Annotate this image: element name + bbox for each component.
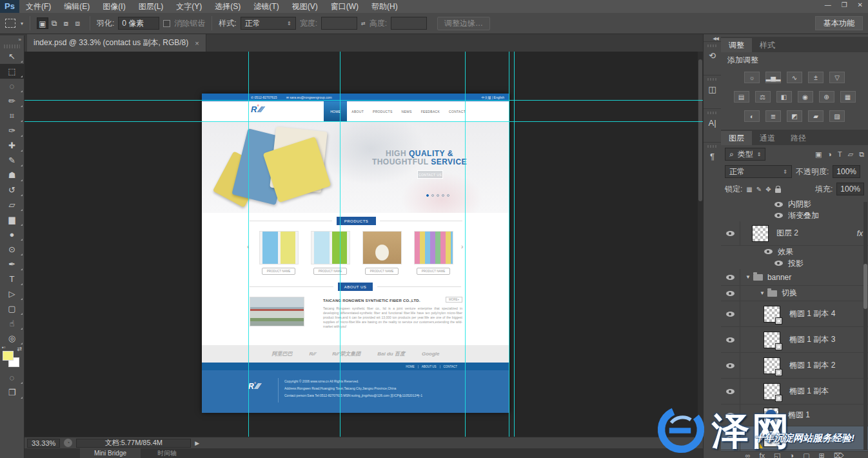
paragraph-panel-icon[interactable]: ¶: [704, 142, 721, 175]
shape-tool[interactable]: ▢: [0, 301, 24, 316]
layer-row-ellipse-copy-4[interactable]: 椭圆 1 副本 4: [721, 301, 868, 327]
visibility-eye-icon[interactable]: [726, 413, 735, 418]
tab-channels[interactable]: 通道: [752, 131, 783, 145]
threshold-icon[interactable]: ◩: [787, 110, 802, 122]
layer-row-contact-us-copy[interactable]: T contact us 副本: [721, 426, 868, 452]
expand-triangle-icon[interactable]: ▼: [760, 290, 765, 296]
menu-item[interactable]: 选择(S): [208, 0, 247, 13]
expand-triangle-icon[interactable]: ▼: [745, 274, 751, 280]
hue-saturation-icon[interactable]: ▤: [734, 91, 749, 103]
layer-row-layer-2[interactable]: 图层 2 fx: [721, 221, 868, 246]
layer-row-ellipse-1[interactable]: 椭圆 1: [721, 404, 868, 426]
menu-item[interactable]: 帮助(H): [365, 0, 404, 13]
history-brush-tool[interactable]: ↺: [0, 183, 24, 197]
invert-icon[interactable]: ◐: [744, 110, 760, 122]
quick-mask-icon[interactable]: ◌: [0, 370, 24, 385]
visibility-eye-icon[interactable]: [774, 202, 783, 207]
layer-filter-kind-select[interactable]: ⌕ 类型 ⇕: [725, 148, 765, 161]
layers-scrollbar[interactable]: [863, 202, 867, 450]
eraser-tool[interactable]: ▱: [0, 197, 24, 212]
layer-row-ellipse-copy[interactable]: 椭圆 1 副本: [721, 379, 868, 404]
link-layers-icon[interactable]: ∞: [745, 452, 751, 458]
toolbar-collapse-icon[interactable]: »: [0, 35, 24, 44]
text-layer-thumbnail[interactable]: T: [764, 430, 780, 447]
tool-preset-icon[interactable]: [5, 19, 15, 28]
height-input[interactable]: [391, 17, 427, 30]
swap-dimensions-icon[interactable]: ⇄: [361, 21, 366, 26]
brush-tool[interactable]: ✎: [0, 153, 24, 168]
toolbar-grip[interactable]: [4, 45, 20, 48]
curves-icon[interactable]: ∿: [787, 72, 802, 83]
tab-close-icon[interactable]: ×: [195, 39, 199, 47]
exposure-icon[interactable]: ±: [808, 72, 824, 83]
lock-all-icon[interactable]: [775, 188, 781, 193]
fill-value[interactable]: 100%: [836, 183, 864, 195]
visibility-eye-icon[interactable]: [726, 291, 735, 296]
gradient-tool[interactable]: ▆: [0, 212, 24, 227]
dock-collapse-icon[interactable]: ◀◀: [704, 34, 721, 41]
visibility-eye-icon[interactable]: [726, 312, 735, 317]
layer-style-icon[interactable]: fx: [760, 452, 765, 458]
photo-filter-icon[interactable]: ◉: [798, 91, 813, 103]
brightness-contrast-icon[interactable]: ☼: [744, 72, 760, 83]
layer-thumbnail[interactable]: [764, 357, 780, 374]
style-select[interactable]: 正常 ⇕: [241, 17, 296, 30]
close-button[interactable]: ✕: [858, 1, 863, 8]
quick-selection-tool[interactable]: ✏: [0, 94, 24, 108]
menu-item[interactable]: 视图(V): [286, 0, 324, 13]
document-tab[interactable]: index.psd @ 33.3% (contact us 副本, RGB/8)…: [27, 34, 206, 52]
menu-item[interactable]: 图层(L): [132, 0, 170, 13]
rectangular-marquee-tool[interactable]: ⬚: [0, 64, 24, 79]
layer-row-ellipse-copy-2[interactable]: 椭圆 1 副本 2: [721, 353, 868, 379]
document-size-field[interactable]: 文档:5.77M/85.4M: [76, 439, 191, 448]
add-selection-icon[interactable]: ⧉: [48, 17, 60, 29]
subtract-selection-icon[interactable]: ⧇: [60, 17, 72, 29]
pen-tool[interactable]: ✒: [0, 257, 24, 272]
width-input[interactable]: [321, 17, 357, 30]
new-group-icon[interactable]: ▢: [803, 452, 809, 458]
menu-item[interactable]: 窗口(W): [324, 0, 365, 13]
visibility-eye-icon[interactable]: [726, 389, 735, 394]
effect-row-drop-shadow[interactable]: 投影: [721, 257, 868, 269]
visibility-eye-icon[interactable]: [726, 337, 735, 343]
path-selection-tool[interactable]: ▷: [0, 286, 24, 301]
visibility-eye-icon[interactable]: [726, 436, 735, 441]
default-colors-icon[interactable]: ▪▫: [2, 344, 6, 350]
feather-input[interactable]: [118, 17, 159, 30]
antialias-checkbox[interactable]: [163, 20, 170, 27]
tab-adjustments[interactable]: 调整: [721, 38, 752, 52]
intersect-selection-icon[interactable]: ⧈: [72, 17, 83, 29]
filter-adjustment-layers-icon[interactable]: ◑: [827, 150, 832, 158]
visibility-eye-icon[interactable]: [726, 275, 735, 280]
new-layer-icon[interactable]: ⊞: [819, 452, 825, 458]
layer-thumbnail[interactable]: [764, 383, 780, 400]
delete-layer-icon[interactable]: ⌦: [834, 452, 844, 458]
black-white-icon[interactable]: ◧: [776, 91, 792, 103]
workspace-button[interactable]: 基本功能: [815, 16, 863, 30]
properties-panel-icon[interactable]: ◫: [704, 75, 721, 108]
selective-color-icon[interactable]: ▨: [829, 110, 845, 122]
zoom-level-field[interactable]: 33.33%: [27, 439, 60, 448]
channel-mixer-icon[interactable]: ⊕: [819, 91, 834, 103]
hand-tool[interactable]: ☝: [0, 316, 24, 331]
visibility-eye-icon[interactable]: [764, 249, 773, 254]
lasso-tool[interactable]: ◌: [0, 79, 24, 94]
adjustment-layer-icon[interactable]: ◑: [789, 452, 794, 458]
filter-smart-objects-icon[interactable]: ⧉: [859, 150, 864, 159]
type-tool[interactable]: T: [0, 272, 24, 286]
history-panel-icon[interactable]: ⟲: [704, 41, 721, 75]
tab-layers[interactable]: 图层: [721, 131, 752, 145]
layer-mask-icon[interactable]: ◱: [774, 452, 780, 458]
foreground-color-swatch[interactable]: [3, 351, 14, 361]
visibility-eye-icon[interactable]: [774, 213, 783, 218]
restore-button[interactable]: ❐: [842, 1, 847, 8]
status-menu-arrow-icon[interactable]: ▶: [195, 440, 199, 446]
posterize-icon[interactable]: ≣: [765, 110, 781, 122]
tab-mini-bridge[interactable]: Mini Bridge: [80, 448, 141, 458]
lock-position-icon[interactable]: ✥: [765, 186, 771, 193]
menu-item[interactable]: 编辑(E): [57, 0, 96, 13]
layer-thumbnail[interactable]: [764, 306, 780, 323]
filter-type-layers-icon[interactable]: T: [838, 150, 842, 158]
move-tool[interactable]: ↖: [0, 49, 24, 64]
levels-icon[interactable]: ▂▅▂: [765, 72, 781, 83]
